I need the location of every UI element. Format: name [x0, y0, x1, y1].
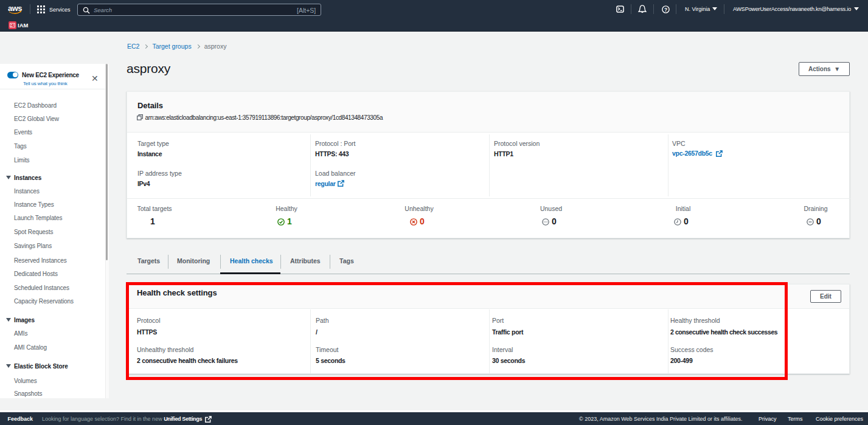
svg-text:?: ?: [664, 7, 667, 13]
